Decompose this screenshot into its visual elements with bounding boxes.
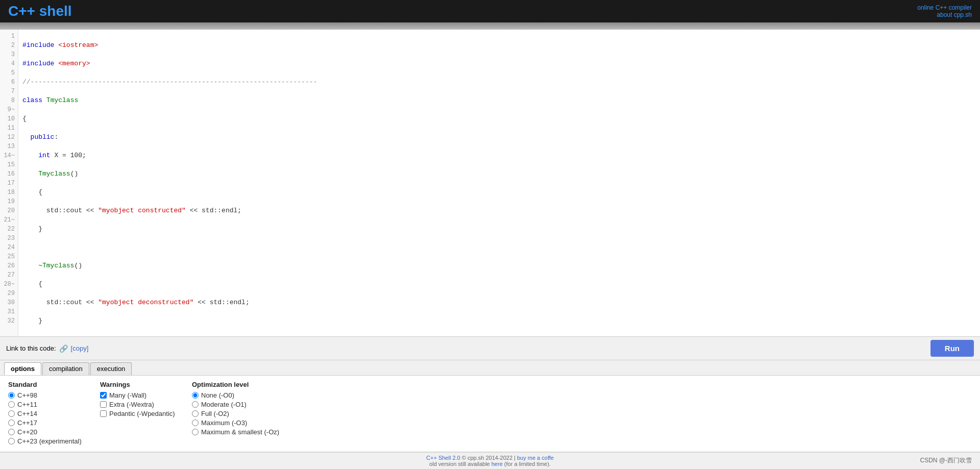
online-compiler-link[interactable]: online C++ compiler (917, 4, 972, 11)
ln-28: 28~ (3, 280, 15, 289)
footer-line2: old version still available here (for a … (2, 461, 978, 467)
ln-19: 19 (3, 197, 15, 206)
ln-25: 25 (3, 252, 15, 261)
radio-cpp17[interactable] (8, 419, 15, 426)
radio-opt-full[interactable] (192, 410, 199, 417)
ln-24: 24 (3, 243, 15, 252)
standard-cpp14[interactable]: C++14 (8, 410, 90, 417)
header: C++ shell online C++ compiler about cpp.… (0, 0, 980, 22)
ln-31: 31 (3, 307, 15, 316)
opt-maximum[interactable]: Maximum (-O3) (192, 419, 279, 427)
about-link[interactable]: about cpp.sh (917, 11, 972, 18)
editor-container[interactable]: 1 2 3 4 5 6 ⚠ 7 8 9~ 10 11 12 13 14~ 15 … (0, 30, 980, 337)
ln-15: 15 (3, 160, 15, 169)
link-bar: Link to this code: 🔗 [copy] Run (0, 337, 980, 360)
standard-title: Standard (8, 381, 90, 388)
opt-none[interactable]: None (-O0) (192, 391, 279, 399)
optimization-title: Optimization level (192, 381, 279, 388)
ln-27: 27 (3, 270, 15, 280)
code-line-11: } (22, 225, 976, 234)
standard-cpp98[interactable]: C++98 (8, 391, 90, 399)
radio-cpp98[interactable] (8, 392, 15, 399)
ln-9: 9~ (3, 105, 15, 114)
radio-opt-maximum[interactable] (192, 419, 199, 426)
code-line-4: class Tmyclass (22, 96, 976, 105)
radio-cpp11[interactable] (8, 401, 15, 408)
code-content[interactable]: #include <iostream> #include <memory> //… (18, 30, 980, 337)
code-line-12 (22, 243, 976, 252)
ln-3: 3 (3, 50, 15, 59)
code-line-3: //--------------------------------------… (22, 78, 976, 87)
code-line-14: { (22, 280, 976, 289)
ln-16: 16 (3, 169, 15, 179)
opt-moderate[interactable]: Moderate (-O1) (192, 401, 279, 408)
ln-32: 32 (3, 316, 15, 326)
standard-cpp23[interactable]: C++23 (experimental) (8, 437, 90, 445)
code-line-8: Tmyclass() (22, 169, 976, 179)
radio-cpp20[interactable] (8, 429, 15, 435)
ln-26: 26 (3, 261, 15, 270)
warning-wextra[interactable]: Extra (-Wextra) (100, 401, 182, 408)
ln-22: 22 (3, 225, 15, 234)
ln-11: 11 (3, 124, 15, 133)
code-line-16: } (22, 316, 976, 326)
ln-4: 4 (3, 59, 15, 68)
footer-copy: © cpp.sh 2014-2022 | (462, 455, 517, 461)
tabs-bar: options compilation execution (0, 360, 980, 376)
opt-full[interactable]: Full (-O2) (192, 410, 279, 417)
checkbox-wall[interactable] (100, 392, 107, 399)
ln-13: 13 (3, 142, 15, 151)
copy-link[interactable]: [copy] (71, 344, 89, 352)
ln-8: 8 (3, 96, 15, 105)
standard-cpp17[interactable]: C++17 (8, 419, 90, 427)
standard-cpp11[interactable]: C++11 (8, 401, 90, 408)
tab-execution[interactable]: execution (90, 362, 132, 375)
standard-cpp20[interactable]: C++20 (8, 428, 90, 436)
link-to-code-label: Link to this code: (6, 344, 56, 352)
radio-cpp23[interactable] (8, 438, 15, 445)
code-line-15: std::cout << "myobject deconstructed" <<… (22, 298, 976, 307)
run-button[interactable]: Run (930, 340, 974, 357)
checkbox-wextra[interactable] (100, 401, 107, 408)
footer-line1: C++ Shell 2.0 © cpp.sh 2014-2022 | buy m… (2, 455, 978, 461)
code-area: 1 2 3 4 5 6 ⚠ 7 8 9~ 10 11 12 13 14~ 15 … (0, 30, 980, 337)
code-line-6: public: (22, 133, 976, 142)
footer: C++ Shell 2.0 © cpp.sh 2014-2022 | buy m… (0, 452, 980, 469)
code-line-9: { (22, 188, 976, 197)
ln-6: 6 (3, 78, 15, 87)
ln-23: 23 (3, 234, 15, 243)
ln-10: 10 (3, 114, 15, 124)
ln-2: 2 (3, 41, 15, 50)
ln-12: 12 (3, 133, 15, 142)
radio-opt-moderate[interactable] (192, 401, 199, 408)
warning-wall[interactable]: Many (-Wall) (100, 391, 182, 399)
ln-5: 5 (3, 68, 15, 78)
opt-maximum-smallest[interactable]: Maximum & smallest (-Oz) (192, 428, 279, 436)
standard-section: Standard C++98 C++11 C++14 C++17 C++20 C… (8, 381, 100, 447)
cppshell-link[interactable]: C++ Shell 2.0 (426, 455, 460, 461)
footer-old-text: old version still available (429, 461, 492, 467)
tab-compilation[interactable]: compilation (42, 362, 89, 375)
warning-wpedantic[interactable]: Pedantic (-Wpedantic) (100, 410, 182, 417)
radio-cpp14[interactable] (8, 410, 15, 417)
buy-coffee-link[interactable]: buy me a coffe (517, 455, 554, 461)
optimization-section: Optimization level None (-O0) Moderate (… (192, 381, 289, 447)
checkbox-wpedantic[interactable] (100, 410, 107, 417)
here-link[interactable]: here (492, 461, 503, 467)
code-line-2: #include <memory> (22, 59, 976, 68)
warnings-section: Warnings Many (-Wall) Extra (-Wextra) Pe… (100, 381, 192, 447)
ln-1: 1 (3, 32, 15, 41)
csdn-badge: CSDN @-西门吹雪 (920, 456, 972, 465)
ln-7: ⚠ 7 (3, 87, 15, 96)
site-logo: C++ shell (8, 3, 72, 19)
radio-opt-oz[interactable] (192, 429, 199, 435)
radio-opt-none[interactable] (192, 392, 199, 399)
scrollbar-strip[interactable] (0, 22, 980, 30)
tab-options[interactable]: options (4, 362, 41, 375)
link-left: Link to this code: 🔗 [copy] (6, 344, 88, 353)
ln-18: 18 (3, 188, 15, 197)
header-right: online C++ compiler about cpp.sh (917, 4, 972, 18)
code-line-1: #include <iostream> (22, 41, 976, 50)
ln-30: 30 (3, 298, 15, 307)
code-line-13: ~Tmyclass() (22, 261, 976, 270)
